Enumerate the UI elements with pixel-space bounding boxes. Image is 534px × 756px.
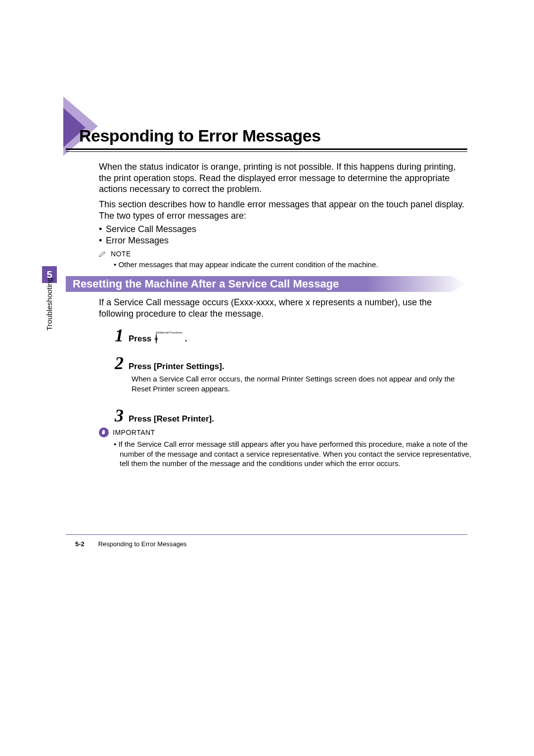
intro-paragraph-2: This section describes how to handle err…	[99, 199, 467, 221]
page-footer: 5-2 Responding to Error Messages	[75, 540, 187, 548]
page-number: 5-2	[75, 540, 85, 548]
error-type-list: •Service Call Messages •Error Messages	[99, 224, 196, 247]
important-text: • If the Service Call error message stil…	[114, 439, 473, 469]
page-title: Responding to Error Messages	[79, 126, 321, 145]
note-heading: NOTE	[99, 250, 131, 258]
step-number: 3	[115, 407, 124, 425]
step-3: 3 Press [Reset Printer].	[115, 407, 214, 425]
note-text: Other messages that may appear indicate …	[114, 260, 467, 269]
step-1: 1 Press Additional Functions .	[115, 327, 187, 344]
step-text: Press [Reset Printer].	[129, 414, 214, 424]
chapter-side-label: Troubleshooting	[45, 278, 53, 331]
note-label: NOTE	[111, 250, 131, 258]
important-heading: IMPORTANT	[99, 427, 155, 437]
list-item: •Error Messages	[99, 235, 196, 246]
section-subheading: Resetting the Machine After a Service Ca…	[66, 276, 467, 292]
step-text: Press [Printer Settings].	[129, 362, 224, 372]
important-label: IMPORTANT	[113, 428, 155, 436]
step-number: 1	[115, 327, 124, 344]
title-rule-thin	[66, 151, 467, 152]
step-text: Press Additional Functions .	[129, 331, 187, 344]
pencil-icon	[99, 250, 108, 257]
list-item: •Service Call Messages	[99, 224, 196, 235]
section-intro: If a Service Call message occurs (Exxx-x…	[99, 297, 467, 319]
step-2-body: When a Service Call error occurs, the no…	[132, 374, 467, 393]
title-rule-thick	[66, 148, 467, 150]
footer-rule	[66, 534, 467, 535]
step-2: 2 Press [Printer Settings].	[115, 354, 224, 372]
manual-page: Responding to Error Messages When the st…	[0, 0, 534, 756]
step-number: 2	[115, 354, 124, 372]
intro-paragraph-1: When the status indicator is orange, pri…	[99, 161, 467, 195]
hand-stop-icon	[99, 427, 109, 437]
footer-title: Responding to Error Messages	[98, 540, 186, 548]
additional-functions-button-icon: Additional Functions	[156, 331, 182, 344]
